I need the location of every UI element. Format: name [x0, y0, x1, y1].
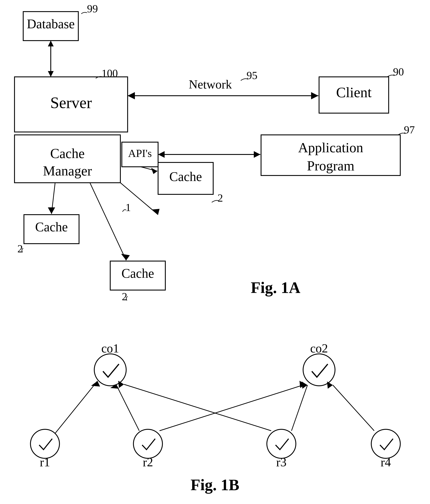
fig1a-label: Fig. 1A [251, 279, 300, 297]
r3-label: r3 [276, 455, 287, 469]
ref-95: 95 [247, 69, 257, 81]
apis-cache-arrow [151, 168, 157, 174]
ref-90: 90 [393, 66, 404, 78]
fig1b-label: Fig. 1B [191, 476, 239, 494]
cache-manager-label-line1: Cache [50, 146, 85, 161]
cm-cache-center-arrow [152, 209, 160, 215]
cache-bottom-label: Cache [122, 266, 154, 280]
r3-circle [267, 429, 296, 458]
client-label: Client [336, 84, 372, 100]
r1-co1-arrow [91, 381, 100, 387]
r2-circle [134, 429, 162, 458]
r4-co2-line [333, 385, 374, 431]
app-program-label-line2: Program [307, 158, 354, 173]
apis-label: API's [128, 147, 152, 159]
apis-right-arrow [254, 151, 260, 158]
co1-label: co1 [101, 342, 119, 355]
ref-2a: 2 [217, 192, 223, 204]
ref-99-line [81, 12, 87, 14]
co2-circle [303, 354, 335, 386]
cm-cache-left-arrow [48, 207, 55, 214]
r1-co1-line [55, 381, 98, 433]
main-svg: Database 99 Server 100 Client 90 Network… [0, 0, 430, 504]
r2-co2-line [160, 384, 305, 431]
ref-97: 97 [404, 124, 415, 136]
r3-co1-line [124, 384, 271, 431]
r4-label: r4 [381, 455, 391, 469]
apis-left-arrow [158, 151, 165, 158]
r3-co2-line [292, 385, 307, 431]
database-label: Database [27, 17, 75, 31]
r2-co1-line [116, 384, 139, 431]
r4-co2-arrow [327, 381, 333, 389]
ref-2c: 2 [122, 290, 127, 303]
network-right-arrowhead [311, 92, 318, 99]
cm-cache-bottom-line [90, 183, 126, 260]
server-label: Server [50, 94, 92, 112]
ref-1: 1 [125, 201, 131, 213]
app-program-label-line1: Application [298, 140, 363, 155]
ref-99: 99 [87, 3, 98, 15]
cm-cache-bottom-arrow [121, 254, 130, 260]
ref-100: 100 [101, 67, 118, 79]
cache-left-label: Cache [35, 220, 68, 234]
cache-center-label: Cache [169, 169, 202, 184]
r1-circle [30, 429, 59, 458]
r2-label: r2 [143, 455, 153, 469]
co1-circle [94, 354, 126, 386]
db-server-arrow-up [48, 41, 54, 46]
co2-label: co2 [310, 342, 328, 355]
network-left-arrowhead [128, 92, 135, 99]
db-server-arrow-down [48, 71, 54, 77]
r4-circle [371, 429, 400, 458]
diagram-container: Database 99 Server 100 Client 90 Network… [0, 0, 430, 504]
r1-label: r1 [40, 455, 50, 469]
network-label: Network [189, 77, 232, 91]
cache-manager-label-line2: Manager [43, 163, 92, 179]
ref-2b: 2 [18, 243, 23, 255]
